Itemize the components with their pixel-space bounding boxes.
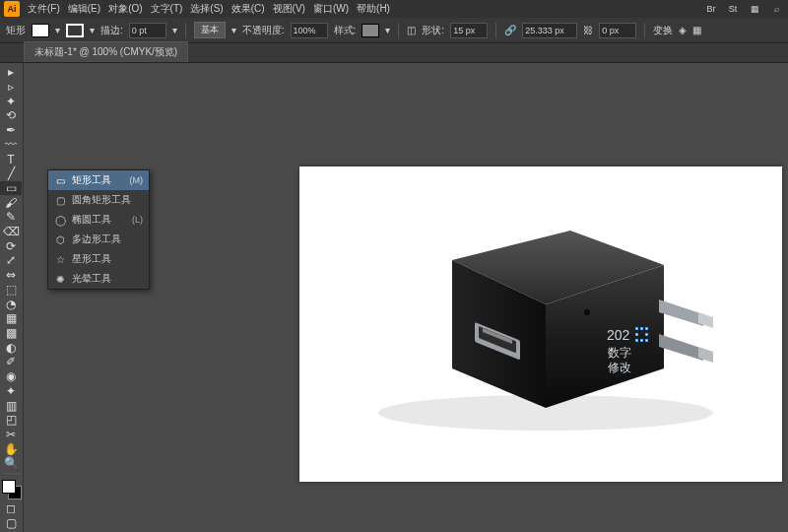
perspective-tool[interactable]: ▦	[0, 311, 22, 326]
transform-label[interactable]: 变换	[653, 24, 673, 37]
flyout-star[interactable]: ☆ 星形工具	[48, 249, 149, 269]
menu-view[interactable]: 视图(V)	[273, 2, 305, 16]
brush-dropdown-icon[interactable]: ▾	[231, 25, 236, 35]
document-tab[interactable]: 未标题-1* @ 100% (CMYK/预览)	[24, 41, 188, 62]
corner-radius-input[interactable]	[450, 23, 488, 38]
left-toolbar: ▸ ▹ ✦ ⟲ ✒ 〰 T ╱ ▭ 🖌 ✎ ⌫ ⟳ ⤢ ⇔ ⬚ ◔ ▦ ▩ ◐ …	[0, 63, 24, 532]
canvas-text-202[interactable]: 202	[607, 327, 629, 344]
style-swatch[interactable]	[361, 24, 379, 37]
svg-point-4	[584, 309, 590, 315]
align-artboard-icon[interactable]: ▦	[692, 25, 701, 35]
menu-edit[interactable]: 编辑(E)	[68, 2, 100, 16]
curvature-tool[interactable]: 〰	[0, 138, 22, 153]
zoom-tool[interactable]: 🔍	[0, 456, 22, 471]
fill-swatch[interactable]	[32, 24, 49, 37]
rotate-tool[interactable]: ⟳	[0, 238, 22, 253]
canvas-area[interactable]: ▭ 矩形工具 (M) ▢ 圆角矩形工具 ◯ 椭圆工具 (L) ⬡ 多边形工具 ☆…	[24, 63, 788, 532]
artboard-tool[interactable]: ◰	[0, 413, 22, 428]
direct-selection-tool[interactable]: ▹	[0, 80, 22, 95]
draw-mode-normal[interactable]: ◻	[0, 500, 22, 515]
flyout-rectangle-shortcut: (M)	[130, 175, 144, 185]
flyout-rounded-rect[interactable]: ▢ 圆角矩形工具	[48, 190, 149, 210]
flyout-flare-label: 光晕工具	[72, 272, 111, 286]
magic-wand-tool[interactable]: ✦	[0, 94, 22, 108]
width-input[interactable]	[522, 23, 577, 38]
shape-label2: 形状:	[422, 24, 444, 37]
opacity-input[interactable]	[291, 23, 328, 38]
graph-tool[interactable]: ▥	[0, 398, 22, 413]
arrange-icon[interactable]: ▦	[747, 2, 762, 16]
ellipse-icon: ◯	[54, 214, 66, 226]
foreground-color-swatch[interactable]	[2, 480, 16, 494]
pen-tool[interactable]: ✒	[0, 123, 22, 138]
canvas-text-modify[interactable]: 修改	[608, 361, 631, 374]
stroke-weight-input[interactable]	[129, 23, 166, 38]
flyout-flare[interactable]: ✺ 光晕工具	[48, 269, 149, 289]
workspace: ▸ ▹ ✦ ⟲ ✒ 〰 T ╱ ▭ 🖌 ✎ ⌫ ⟳ ⤢ ⇔ ⬚ ◔ ▦ ▩ ◐ …	[0, 63, 788, 532]
selection-handles[interactable]	[635, 327, 647, 341]
shaper-tool[interactable]: ✎	[0, 210, 22, 225]
bridge-icon[interactable]: Br	[703, 2, 719, 16]
menu-effect[interactable]: 效果(C)	[231, 2, 265, 16]
selection-tool[interactable]: ▸	[0, 65, 22, 80]
flyout-polygon[interactable]: ⬡ 多边形工具	[48, 230, 149, 249]
search-icon[interactable]: ⌕	[768, 2, 784, 16]
isolate-icon[interactable]: ◈	[679, 25, 687, 35]
line-tool[interactable]: ╱	[0, 166, 22, 181]
shape-tool-flyout: ▭ 矩形工具 (M) ▢ 圆角矩形工具 ◯ 椭圆工具 (L) ⬡ 多边形工具 ☆…	[47, 169, 150, 290]
divider	[644, 23, 645, 38]
fill-dropdown-icon[interactable]: ▾	[55, 25, 60, 35]
menu-type[interactable]: 文字(T)	[151, 2, 183, 16]
flyout-polygon-label: 多边形工具	[72, 233, 121, 246]
divider	[398, 23, 399, 38]
link-icon[interactable]: 🔗	[504, 25, 516, 35]
height-input[interactable]	[599, 23, 636, 38]
polygon-icon: ⬡	[54, 233, 66, 245]
menu-select[interactable]: 选择(S)	[190, 2, 223, 16]
gradient-tool[interactable]: ◐	[0, 340, 22, 355]
menu-file[interactable]: 文件(F)	[28, 2, 60, 16]
slice-tool[interactable]: ✂	[0, 428, 22, 442]
menu-window[interactable]: 窗口(W)	[313, 2, 349, 16]
flyout-ellipse[interactable]: ◯ 椭圆工具 (L)	[48, 210, 149, 230]
shape-type-label: 矩形	[6, 24, 26, 37]
flyout-rectangle[interactable]: ▭ 矩形工具 (M)	[48, 170, 149, 190]
rectangle-icon: ▭	[54, 174, 66, 186]
rectangle-tool[interactable]: ▭	[0, 181, 22, 196]
flyout-star-label: 星形工具	[72, 252, 111, 266]
rounded-rect-icon: ▢	[54, 194, 66, 206]
style-label: 样式:	[334, 24, 357, 37]
scale-tool[interactable]: ⤢	[0, 253, 22, 268]
width-tool[interactable]: ⇔	[0, 268, 22, 283]
stroke-swatch[interactable]	[66, 24, 84, 37]
shape-builder-tool[interactable]: ◔	[0, 297, 22, 311]
artboard[interactable]: 202 数字 修改	[299, 166, 782, 482]
constrain-icon[interactable]: ⛓	[583, 25, 593, 35]
type-tool[interactable]: T	[0, 152, 22, 166]
stroke-dropdown-icon[interactable]: ▾	[90, 25, 95, 35]
divider	[185, 23, 186, 38]
canvas-text-digit[interactable]: 数字	[608, 346, 631, 360]
menu-object[interactable]: 对象(O)	[108, 2, 142, 16]
screen-mode[interactable]: ▢	[0, 515, 22, 530]
symbol-sprayer-tool[interactable]: ✦	[0, 383, 22, 398]
brush-basic-button[interactable]: 基本	[194, 22, 226, 38]
paintbrush-tool[interactable]: 🖌	[0, 195, 22, 210]
stroke-label: 描边:	[100, 24, 123, 37]
menu-help[interactable]: 帮助(H)	[357, 2, 390, 16]
blend-tool[interactable]: ◉	[0, 369, 22, 384]
opacity-label: 不透明度:	[242, 24, 285, 37]
stroke-weight-dropdown-icon[interactable]: ▾	[172, 25, 177, 35]
mesh-tool[interactable]: ▩	[0, 326, 22, 341]
align-icon[interactable]: ◫	[407, 25, 416, 35]
lasso-tool[interactable]: ⟲	[0, 108, 22, 123]
free-transform-tool[interactable]: ⬚	[0, 283, 22, 298]
stock-icon[interactable]: St	[725, 2, 741, 16]
divider	[495, 23, 496, 38]
style-dropdown-icon[interactable]: ▾	[385, 25, 390, 35]
flyout-rounded-rect-label: 圆角矩形工具	[72, 193, 131, 207]
eraser-tool[interactable]: ⌫	[0, 225, 22, 239]
hand-tool[interactable]: ✋	[0, 441, 22, 456]
color-swatches[interactable]	[2, 480, 21, 498]
eyedropper-tool[interactable]: ✐	[0, 355, 22, 369]
